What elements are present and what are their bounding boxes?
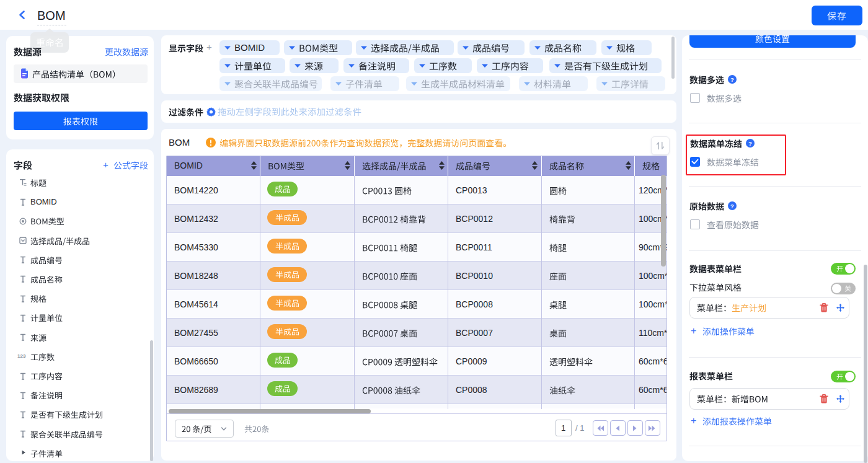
svg-text:?: ? [730,76,734,83]
svg-text:?: ? [730,203,734,209]
svg-text:?: ? [748,140,752,147]
